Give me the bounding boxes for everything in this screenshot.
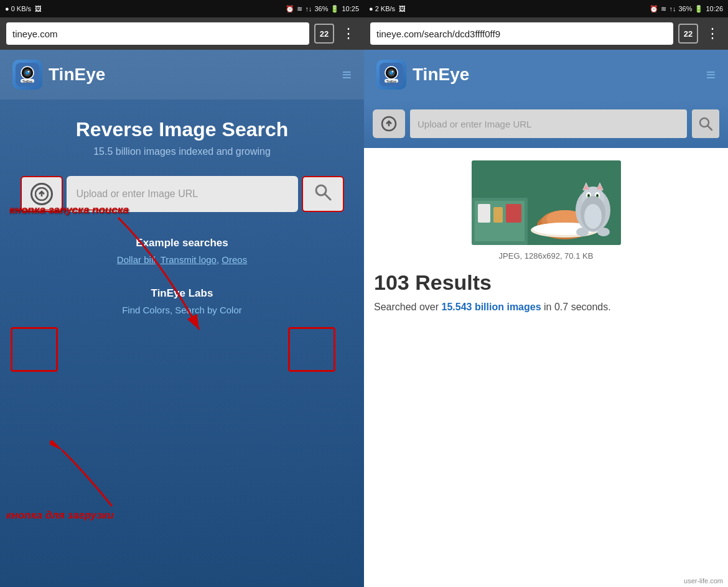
svg-point-46 — [597, 195, 598, 196]
left-search-button[interactable] — [302, 176, 344, 212]
right-hamburger-menu[interactable]: ≡ — [706, 65, 716, 85]
svg-line-23 — [708, 126, 712, 131]
right-phone-panel: ● 2 KB/s 🖼 ⏰ ≋ ↑↓ 36% 🔋 10:26 tineye.com… — [364, 0, 728, 587]
right-url-text: tineye.com/search/dcd3ffff0ff9 — [376, 29, 500, 39]
left-hero-title: Reverse Image Search — [76, 118, 289, 141]
left-upload-icon — [30, 183, 53, 205]
right-battery-text: 36% — [678, 5, 692, 12]
right-gallery-icon: 🖼 — [399, 5, 406, 12]
right-status-left-text: ● 2 KB/s — [369, 5, 395, 12]
left-url-input[interactable]: tineye.com — [6, 22, 309, 45]
svg-rect-29 — [506, 204, 521, 223]
watermark: user-life.com — [684, 577, 723, 585]
right-status-right: ⏰ ≋ ↑↓ 36% 🔋 10:26 — [650, 5, 723, 13]
right-signal-icon: ↑↓ — [669, 5, 676, 12]
right-search-button[interactable] — [692, 109, 719, 138]
left-tineye-page: TinEye TinEye ≡ Reverse Image Search 15.… — [0, 50, 364, 587]
left-battery-icon: 🔋 — [330, 5, 339, 13]
right-results-description: Searched over 15.543 billion images in 0… — [374, 300, 718, 315]
left-hero-subtitle: 15.5 billion images indexed and growing — [93, 146, 271, 157]
left-wifi-icon: ≋ — [297, 5, 302, 13]
red-box-upload — [11, 327, 58, 372]
right-alarm-icon: ⏰ — [650, 5, 658, 13]
left-alarm-icon: ⏰ — [286, 5, 294, 13]
right-address-bar: tineye.com/search/dcd3ffff0ff9 22 ⋮ — [364, 17, 728, 50]
right-status-icons: ● 2 KB/s 🖼 — [369, 5, 406, 12]
left-signal-icon: ↑↓ — [305, 5, 312, 12]
right-url-input[interactable]: tineye.com/search/dcd3ffff0ff9 — [370, 22, 673, 45]
right-status-bar: ● 2 KB/s 🖼 ⏰ ≋ ↑↓ 36% 🔋 10:26 — [364, 0, 728, 17]
right-wifi-icon: ≋ — [661, 5, 666, 13]
red-box-search — [288, 327, 335, 372]
left-browser-menu[interactable]: ⋮ — [339, 25, 358, 42]
right-results-page: TinEye TinEye ≡ Upload or enter Image — [364, 50, 728, 587]
annotation-upload-label: кнопка для загрузки — [6, 509, 114, 522]
left-status-right: ⏰ ≋ ↑↓ 36% 🔋 10:25 — [286, 5, 359, 13]
right-tineye-header: TinEye TinEye ≡ — [364, 50, 728, 99]
left-search-placeholder: Upload or enter Image URL — [77, 188, 288, 200]
right-desc-suffix: in 0.7 seconds. — [541, 302, 611, 312]
left-address-bar: tineye.com 22 ⋮ — [0, 17, 364, 50]
svg-point-45 — [588, 195, 589, 196]
left-logo-text: TinEye — [49, 65, 105, 85]
right-logo-text: TinEye — [413, 65, 469, 85]
svg-point-50 — [576, 228, 589, 236]
right-search-inner: Upload or enter Image URL — [373, 109, 719, 138]
right-search-icon — [698, 116, 713, 131]
right-logo: TinEye TinEye — [376, 60, 469, 90]
right-upload-icon — [381, 116, 397, 132]
left-phone-panel: ● 0 KB/s 🖼 ⏰ ≋ ↑↓ 36% 🔋 10:25 tineye.com… — [0, 0, 364, 587]
right-desc-highlight: 15.543 billion images — [442, 302, 541, 312]
svg-point-4 — [28, 71, 30, 73]
right-search-input[interactable]: Upload or enter Image URL — [410, 109, 687, 138]
right-desc-prefix: Searched over — [374, 302, 442, 312]
right-tab-count[interactable]: 22 — [678, 24, 698, 44]
right-time: 10:26 — [706, 5, 723, 12]
left-logo-icon: TinEye — [12, 60, 42, 90]
right-browser-menu[interactable]: ⋮ — [703, 25, 722, 42]
left-tab-count[interactable]: 22 — [314, 24, 334, 44]
right-results-count: 103 Results — [374, 270, 718, 295]
svg-point-51 — [597, 228, 610, 236]
right-result-image — [472, 160, 621, 245]
right-logo-icon: TinEye — [376, 60, 406, 90]
right-result-image-container — [374, 160, 718, 245]
right-search-placeholder: Upload or enter Image URL — [418, 119, 531, 129]
left-url-text: tineye.com — [12, 29, 58, 39]
right-result-svg — [472, 160, 621, 245]
left-status-bar: ● 0 KB/s 🖼 ⏰ ≋ ↑↓ 36% 🔋 10:25 — [0, 0, 364, 17]
svg-point-17 — [392, 71, 394, 73]
svg-text:TinEye: TinEye — [22, 80, 33, 83]
left-battery-text: 36% — [314, 5, 328, 12]
svg-text:TinEye: TinEye — [386, 80, 397, 83]
left-hamburger-menu[interactable]: ≡ — [342, 65, 352, 85]
svg-point-49 — [584, 204, 602, 229]
right-upload-button[interactable] — [373, 109, 405, 138]
right-battery-icon: 🔋 — [694, 5, 703, 13]
left-gallery-icon: 🖼 — [35, 5, 42, 12]
right-result-meta: JPEG, 1286x692, 70.1 KB — [374, 251, 718, 261]
left-status-icons: ● 0 KB/s 🖼 — [5, 5, 42, 12]
svg-line-10 — [325, 194, 330, 200]
arrow-search — [112, 211, 236, 348]
arrow-upload — [50, 438, 124, 519]
right-search-bar-area: Upload or enter Image URL — [364, 99, 728, 148]
left-logo: TinEye TinEye — [12, 60, 105, 90]
svg-rect-28 — [493, 207, 503, 223]
left-search-icon — [313, 182, 333, 206]
annotation-search-label: кнопка запуска поиска — [9, 204, 129, 216]
svg-rect-27 — [478, 204, 490, 223]
left-status-left-text: ● 0 KB/s — [5, 5, 31, 12]
left-tineye-header: TinEye TinEye ≡ — [0, 50, 364, 99]
right-results-content: JPEG, 1286x692, 70.1 KB 103 Results Sear… — [364, 148, 728, 327]
left-time: 10:25 — [342, 5, 359, 12]
